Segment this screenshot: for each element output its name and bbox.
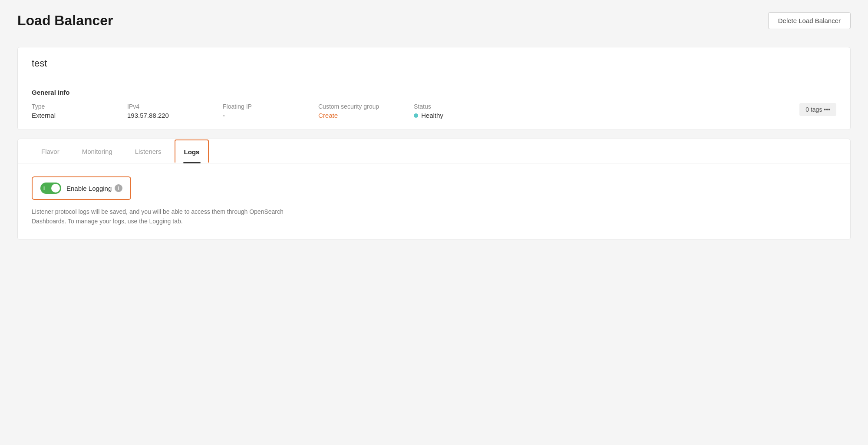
ipv4-value: 193.57.88.220 <box>127 112 205 119</box>
status-dot <box>414 113 418 118</box>
enable-logging-toggle-row[interactable]: I Enable Logging i <box>32 176 131 200</box>
toggle-on-label: I <box>43 186 45 191</box>
lb-name: test <box>32 58 836 78</box>
toggle-track: I <box>40 183 61 194</box>
info-status: Status Healthy <box>414 103 492 119</box>
enable-logging-label: Enable Logging i <box>66 184 122 192</box>
page-title: Load Balancer <box>17 13 113 29</box>
tags-button[interactable]: 0 tags ••• <box>799 103 836 116</box>
lb-info-card: test General info Type External IPv4 193… <box>17 47 851 130</box>
logging-toggle[interactable]: I <box>40 183 61 194</box>
tabs-header: Flavor Monitoring Listeners Logs <box>18 139 850 163</box>
ipv4-label: IPv4 <box>127 103 205 110</box>
info-ipv4: IPv4 193.57.88.220 <box>127 103 205 119</box>
status-text: Healthy <box>421 112 443 119</box>
create-security-group-link[interactable]: Create <box>318 112 396 119</box>
status-label: Status <box>414 103 492 110</box>
info-security-group: Custom security group Create <box>318 103 396 119</box>
security-group-label: Custom security group <box>318 103 396 110</box>
status-value: Healthy <box>414 112 492 119</box>
floating-ip-value: - <box>223 112 301 119</box>
logs-tab-content: I Enable Logging i Listener protocol log… <box>18 163 850 239</box>
type-value: External <box>32 112 110 119</box>
info-icon[interactable]: i <box>115 184 122 192</box>
page-header: Load Balancer Delete Load Balancer <box>0 0 868 38</box>
general-info-label: General info <box>32 89 836 96</box>
header-divider <box>0 38 868 38</box>
type-label: Type <box>32 103 110 110</box>
tab-flavor[interactable]: Flavor <box>32 139 69 163</box>
toggle-thumb <box>51 184 60 193</box>
tab-listeners[interactable]: Listeners <box>125 139 171 163</box>
tab-monitoring[interactable]: Monitoring <box>73 139 122 163</box>
tabs-card: Flavor Monitoring Listeners Logs I <box>17 139 851 240</box>
main-content: test General info Type External IPv4 193… <box>0 47 868 240</box>
floating-ip-label: Floating IP <box>223 103 301 110</box>
info-floating-ip: Floating IP - <box>223 103 301 119</box>
delete-load-balancer-button[interactable]: Delete Load Balancer <box>768 12 851 29</box>
info-type: Type External <box>32 103 110 119</box>
tab-logs[interactable]: Logs <box>175 139 209 163</box>
info-grid: Type External IPv4 193.57.88.220 Floatin… <box>32 103 836 119</box>
logging-description: Listener protocol logs will be saved, an… <box>32 207 292 226</box>
